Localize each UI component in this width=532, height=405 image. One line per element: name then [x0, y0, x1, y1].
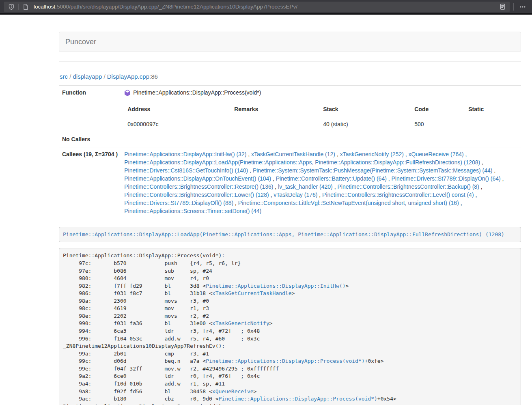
breadcrumb-separator: / — [68, 73, 73, 80]
callee-link[interactable]: Pinetime::Drivers::Cst816S::GetTouchInfo… — [124, 167, 248, 174]
table-row: Callees (19, Σ=3704 ) Pinetime::Applicat… — [59, 147, 521, 218]
window-border — [0, 13, 532, 15]
divider — [59, 61, 521, 62]
breadcrumb-link[interactable]: src — [60, 73, 68, 80]
callees-label: Callees (19, Σ=3704 ) — [59, 147, 121, 218]
callee-link[interactable]: Pinetime::Applications::DisplayApp::Init… — [124, 151, 246, 157]
callee-link[interactable]: xTaskGenericNotify (252) — [340, 151, 404, 157]
col-code: Code — [411, 102, 465, 117]
callee-link[interactable]: Pinetime::Components::LittleVgl::SetNewT… — [238, 200, 459, 206]
callee-link[interactable]: Pinetime::Controllers::Battery::Update()… — [276, 175, 387, 182]
callee-link[interactable]: Pinetime::System::SystemTask::PushMessag… — [253, 167, 493, 174]
url-text[interactable]: localhost:5000/path/src/displayapp/Displ… — [34, 4, 497, 10]
function-detail-table: Function Pinetime::Applications::Display… — [59, 85, 521, 219]
table-row: No Callers — [59, 132, 521, 147]
callee-link[interactable]: Pinetime::Controllers::BrightnessControl… — [124, 192, 269, 198]
page-info-icon[interactable] — [20, 2, 31, 11]
callee-link[interactable]: vTaskDelay (176) — [274, 192, 317, 198]
selected-callee-link[interactable]: Pinetime::Applications::DisplayApp::Load… — [63, 231, 504, 237]
callee-link[interactable]: lv_task_handler (420) — [278, 183, 333, 190]
browser-toolbar: localhost:5000/path/src/displayapp/Displ… — [0, 0, 532, 13]
asm-symbol-link[interactable]: xQueueReceive — [212, 388, 254, 394]
asm-symbol-link[interactable]: xTaskGetCurrentTaskHandle — [212, 290, 292, 296]
shield-icon[interactable] — [6, 2, 17, 11]
toolbar-divider — [513, 3, 514, 11]
no-callers-label: No Callers — [59, 132, 121, 147]
callees-cell: Pinetime::Applications::DisplayApp::Init… — [121, 147, 521, 218]
breadcrumb: src / displayapp / DisplayApp.cpp:86 — [60, 73, 521, 80]
page-container: Puncover src / displayapp / DisplayApp.c… — [59, 32, 521, 405]
overflow-menu-icon[interactable] — [517, 2, 528, 11]
breadcrumb-link[interactable]: DisplayApp.cpp — [107, 73, 149, 80]
col-address: Address — [124, 102, 231, 117]
asm-symbol-link[interactable]: xTaskGenericNotify — [212, 320, 269, 326]
function-stats-table: Address Remarks Stack Code Static 0x0000… — [124, 102, 518, 132]
url-bar[interactable]: localhost:5000/path/src/displayapp/Displ… — [4, 2, 510, 12]
col-static: Static — [465, 102, 518, 117]
selected-callee-box: Pinetime::Applications::DisplayApp::Load… — [59, 227, 521, 243]
callee-link[interactable]: Pinetime::Controllers::BrightnessControl… — [124, 183, 273, 190]
symbol-cube-icon — [124, 90, 131, 99]
col-stack: Stack — [320, 102, 411, 117]
brand-link[interactable]: Puncover — [59, 38, 102, 46]
table-row: Address Remarks Stack Code Static 0x0000… — [59, 102, 521, 132]
breadcrumb-link[interactable]: displayapp — [73, 73, 102, 80]
callee-link[interactable]: Pinetime::Controllers::BrightnessControl… — [322, 192, 474, 198]
stats-header-row: Address Remarks Stack Code Static — [124, 102, 518, 117]
urlbar-divider — [18, 4, 19, 10]
callee-link[interactable]: Pinetime::Applications::DisplayApp::OnTo… — [124, 175, 271, 182]
table-row: Function Pinetime::Applications::Display… — [59, 86, 521, 102]
reader-mode-icon[interactable] — [497, 2, 508, 11]
col-remarks: Remarks — [231, 102, 320, 117]
callee-link[interactable]: Pinetime::Drivers::St7789::DisplayOff() … — [124, 200, 233, 206]
breadcrumb-line-number: :86 — [149, 73, 158, 80]
stack-value: 40 (static) — [320, 117, 411, 131]
stats-value-row: 0x0000097c 40 (static) 500 — [124, 117, 518, 131]
callee-link[interactable]: Pinetime::Applications::Screens::Timer::… — [124, 208, 261, 214]
callee-link[interactable]: Pinetime::Controllers::BrightnessControl… — [337, 183, 479, 190]
code-value: 500 — [411, 117, 465, 131]
callee-link[interactable]: xTaskGetCurrentTaskHandle (12) — [251, 151, 335, 157]
remarks-value — [231, 117, 320, 131]
url-host: localhost — [34, 4, 55, 10]
assembly-listing: Pinetime::Applications::DisplayApp::Proc… — [59, 248, 521, 405]
function-name: Pinetime::Applications::DisplayApp::Proc… — [133, 89, 261, 97]
breadcrumb-separator: / — [102, 73, 107, 80]
asm-symbol-link[interactable]: Pinetime::Applications::DisplayApp::Proc… — [219, 396, 377, 402]
asm-symbol-link[interactable]: Pinetime::Applications::DisplayApp::Proc… — [206, 358, 364, 364]
navbar: Puncover — [59, 32, 521, 52]
function-label: Function — [59, 86, 121, 102]
asm-symbol-link[interactable]: Pinetime::Applications::DisplayApp::Init… — [206, 283, 345, 289]
callee-link[interactable]: Pinetime::Drivers::St7789::DisplayOn() (… — [392, 175, 501, 182]
static-value — [465, 117, 518, 131]
url-path: :5000/path/src/displayapp/DisplayApp.cpp… — [55, 4, 297, 10]
address-value: 0x0000097c — [124, 117, 231, 131]
callee-link[interactable]: xQueueReceive (764) — [409, 151, 464, 157]
callee-link[interactable]: Pinetime::Applications::DisplayApp::Load… — [124, 159, 480, 166]
